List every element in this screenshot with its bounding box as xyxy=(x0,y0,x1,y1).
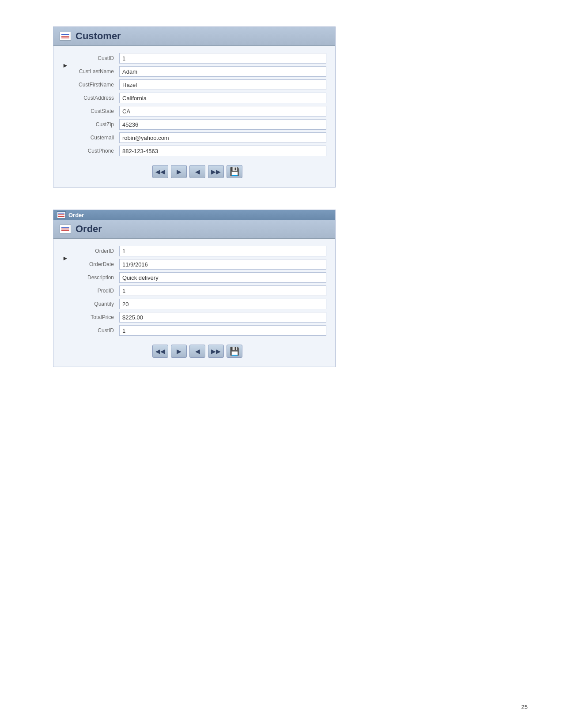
order-description-input[interactable] xyxy=(119,272,326,283)
customer-header-icon xyxy=(60,32,71,41)
customer-address-row: CustAddress xyxy=(68,93,326,103)
customer-phone-input[interactable] xyxy=(119,146,326,156)
order-quantity-row: Quantity xyxy=(68,299,326,309)
order-header-icon xyxy=(60,225,71,233)
order-top-bar-label: Order xyxy=(68,212,84,218)
order-custid-input[interactable] xyxy=(119,325,326,336)
customer-zip-input[interactable] xyxy=(119,119,326,130)
order-orderid-input[interactable] xyxy=(119,246,326,256)
order-last-button[interactable]: ▶▶ xyxy=(208,345,224,358)
customer-lastname-row: CustLastName xyxy=(68,66,326,77)
customer-firstname-row: CustFirstName xyxy=(68,79,326,90)
order-next-button[interactable]: ▶ xyxy=(171,345,187,358)
record-arrow-indicator: ► xyxy=(62,53,68,69)
order-date-input[interactable] xyxy=(119,259,326,270)
customer-custid-label: CustID xyxy=(68,55,119,61)
order-panel-title: Order xyxy=(76,223,102,235)
order-prodid-label: ProdID xyxy=(68,288,119,294)
customer-panel: Customer ► CustID CustLastName xyxy=(53,26,336,188)
order-date-row: OrderDate xyxy=(68,259,326,270)
customer-next-button[interactable]: ▶ xyxy=(171,165,187,178)
customer-panel-header: Customer xyxy=(53,27,335,46)
order-orderid-row: OrderID xyxy=(68,246,326,256)
customer-lastname-label: CustLastName xyxy=(68,68,119,75)
customer-panel-body: ► CustID CustLastName CustFirstName xyxy=(53,46,335,187)
order-panel-header: Order xyxy=(53,220,335,239)
order-prodid-input[interactable] xyxy=(119,285,326,296)
customer-state-input[interactable] xyxy=(119,106,326,116)
order-prodid-row: ProdID xyxy=(68,285,326,296)
order-first-button[interactable]: ◀◀ xyxy=(152,345,168,358)
order-form: OrderID OrderDate Description xyxy=(68,246,326,358)
customer-custid-row: CustID xyxy=(68,53,326,64)
customer-email-input[interactable] xyxy=(119,132,326,143)
customer-zip-label: CustZip xyxy=(68,121,119,128)
order-custid-row: CustID xyxy=(68,325,326,336)
customer-lastname-input[interactable] xyxy=(119,66,326,77)
order-quantity-label: Quantity xyxy=(68,301,119,307)
customer-phone-row: CustPhone xyxy=(68,146,326,156)
customer-zip-row: CustZip xyxy=(68,119,326,130)
customer-add-button[interactable]: 💾 xyxy=(227,165,242,178)
customer-form: CustID CustLastName CustFirstName xyxy=(68,53,326,178)
order-top-bar: Order xyxy=(53,210,335,220)
customer-last-button[interactable]: ▶▶ xyxy=(208,165,224,178)
order-add-button[interactable]: 💾 xyxy=(227,345,242,358)
customer-email-row: Custemail xyxy=(68,132,326,143)
order-orderid-label: OrderID xyxy=(68,248,119,254)
order-description-row: Description xyxy=(68,272,326,283)
customer-email-label: Custemail xyxy=(68,135,119,141)
order-record-arrow-indicator: ► xyxy=(62,246,68,262)
order-custid-label: CustID xyxy=(68,327,119,334)
customer-address-label: CustAddress xyxy=(68,95,119,101)
customer-state-row: CustState xyxy=(68,106,326,116)
customer-phone-label: CustPhone xyxy=(68,148,119,154)
order-nav-buttons: ◀◀ ▶ ◀ ▶▶ 💾 xyxy=(68,345,326,358)
order-description-label: Description xyxy=(68,274,119,281)
order-date-label: OrderDate xyxy=(68,261,119,267)
order-top-icon xyxy=(57,211,66,218)
customer-panel-title: Customer xyxy=(76,30,121,42)
order-panel: Order Order ► OrderID xyxy=(53,210,336,367)
order-totalprice-label: TotalPrice xyxy=(68,314,119,320)
customer-firstname-label: CustFirstName xyxy=(68,82,119,88)
customer-nav-buttons: ◀◀ ▶ ◀ ▶▶ 💾 xyxy=(68,165,326,178)
order-totalprice-input[interactable] xyxy=(119,312,326,323)
customer-firstname-input[interactable] xyxy=(119,79,326,90)
customer-first-button[interactable]: ◀◀ xyxy=(152,165,168,178)
page-number: 25 xyxy=(521,704,528,710)
customer-address-input[interactable] xyxy=(119,93,326,103)
customer-custid-input[interactable] xyxy=(119,53,326,64)
customer-prev-button[interactable]: ◀ xyxy=(189,165,205,178)
order-panel-body: ► OrderID OrderDate Description xyxy=(53,239,335,367)
order-quantity-input[interactable] xyxy=(119,299,326,309)
customer-state-label: CustState xyxy=(68,108,119,114)
order-prev-button[interactable]: ◀ xyxy=(189,345,205,358)
order-totalprice-row: TotalPrice xyxy=(68,312,326,323)
